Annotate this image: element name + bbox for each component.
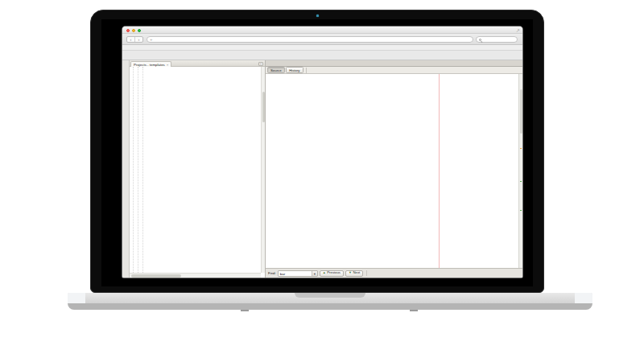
- editor-toolbar: Source History: [266, 67, 522, 74]
- right-margin-line: [439, 74, 440, 268]
- tree-guide-line: [142, 67, 143, 273]
- find-input-value: bar: [280, 272, 285, 276]
- search-icon: [479, 39, 481, 41]
- scrollbar-thumb[interactable]: [262, 92, 265, 122]
- laptop-foot: [241, 310, 249, 311]
- ide-main-area: Projects - templates× − Source History: [122, 60, 522, 278]
- projects-panel-title: Projects - templates: [134, 63, 165, 67]
- arrow-down-icon: ▼: [349, 270, 352, 276]
- find-input[interactable]: bar▾: [278, 270, 318, 277]
- change-mark[interactable]: [520, 181, 522, 183]
- window-resize-icon[interactable]: ↗: [516, 27, 520, 34]
- back-button[interactable]: ‹: [127, 37, 135, 42]
- editor-area: Source History Find: bar▾ ▲Previous ▼Nex…: [266, 60, 522, 278]
- laptop-base-cap-right: [575, 293, 592, 303]
- combo-dropdown-icon[interactable]: ▾: [312, 271, 317, 276]
- file-tree: [130, 67, 261, 273]
- source-view-button[interactable]: Source: [267, 67, 285, 73]
- laptop-lid-notch: [295, 293, 365, 298]
- zoom-window-button[interactable]: [138, 29, 141, 32]
- minimize-panel-button[interactable]: −: [258, 62, 263, 66]
- scrollbar-thumb[interactable]: [131, 274, 181, 278]
- find-next-label: Next: [353, 270, 360, 276]
- tree-horizontal-scrollbar[interactable]: [130, 273, 261, 278]
- main-toolbar: [122, 51, 522, 60]
- tree-guide-line: [133, 67, 134, 273]
- left-dock-strip: [122, 60, 130, 278]
- editor-tab-bar: [266, 60, 522, 67]
- laptop-base: [68, 293, 592, 303]
- change-mark[interactable]: [520, 210, 522, 212]
- webcam-icon: [316, 14, 319, 17]
- laptop-base-bottom: [68, 303, 592, 310]
- history-view-button[interactable]: History: [286, 67, 303, 73]
- editor-scroll-thumb[interactable]: [520, 89, 522, 134]
- close-panel-icon[interactable]: ×: [167, 63, 169, 67]
- find-previous-label: Previous: [327, 270, 341, 276]
- minimize-window-button[interactable]: [132, 29, 135, 32]
- error-stripe[interactable]: [518, 74, 522, 268]
- toolbar-separator: [306, 68, 307, 73]
- browser-navbar: ‹ › +: [122, 34, 522, 45]
- find-next-button[interactable]: ▼Next: [345, 270, 363, 277]
- find-bar: Find: bar▾ ▲Previous ▼Next: [266, 268, 522, 278]
- code-editor[interactable]: [266, 74, 518, 268]
- ide-window: ↗ ‹ › + Projects - templates× −: [122, 27, 522, 278]
- url-field[interactable]: +: [147, 36, 473, 43]
- toolbar-separator: [366, 270, 367, 276]
- find-previous-button[interactable]: ▲Previous: [320, 270, 344, 277]
- projects-panel: Projects - templates× −: [130, 60, 266, 278]
- search-input[interactable]: [476, 36, 518, 43]
- window-titlebar: ↗: [122, 27, 522, 34]
- menu-bar: [122, 45, 522, 51]
- projects-panel-tab[interactable]: Projects - templates×: [130, 61, 171, 68]
- tree-vertical-scrollbar[interactable]: [261, 67, 265, 273]
- add-bookmark-icon[interactable]: +: [150, 37, 153, 43]
- arrow-up-icon: ▲: [323, 270, 326, 276]
- find-label: Find:: [268, 271, 276, 275]
- warning-mark[interactable]: [520, 148, 522, 150]
- projects-panel-header: Projects - templates× −: [130, 60, 265, 67]
- laptop-foot: [410, 310, 418, 311]
- tree-guide-line: [138, 67, 138, 273]
- close-window-button[interactable]: [126, 29, 130, 32]
- forward-button[interactable]: ›: [135, 37, 142, 42]
- nav-back-forward-group[interactable]: ‹ ›: [126, 36, 143, 43]
- laptop-base-cap-left: [68, 293, 85, 303]
